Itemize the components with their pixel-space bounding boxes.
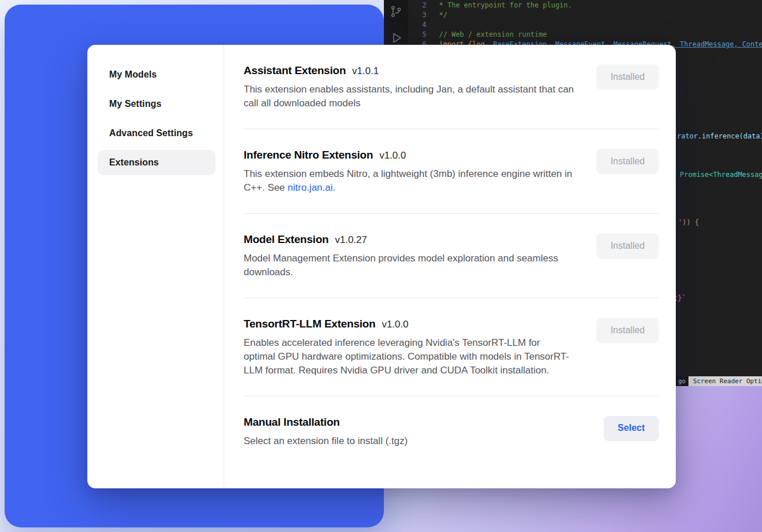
code-fragment: ')) { <box>678 218 699 227</box>
extension-row-tensorrt-llm: TensortRT-LLM Extension v1.0.0 Enables a… <box>244 298 659 396</box>
description-text: . <box>333 182 336 193</box>
extension-row-inference-nitro: Inference Nitro Extension v1.0.0 This ex… <box>244 129 659 213</box>
extension-title: TensortRT-LLM Extension v1.0.0 <box>244 318 574 330</box>
code-line: 2 * The entrypoint for the plugin. <box>408 1 762 10</box>
extension-description: Enables accelerated inference leveraging… <box>244 336 574 377</box>
run-debug-icon[interactable] <box>389 31 403 45</box>
code-text: */ <box>439 10 447 20</box>
select-file-button[interactable]: Select <box>604 416 659 440</box>
extension-version: v1.0.0 <box>382 319 408 330</box>
code-fragment: Promise<ThreadMessage> <box>680 170 762 179</box>
extension-name: Model Extension <box>244 233 329 246</box>
sidebar-item-label: Advanced Settings <box>109 128 193 138</box>
extension-name: Inference Nitro Extension <box>244 149 373 161</box>
extension-info: Manual Installation Select an extension … <box>244 416 407 448</box>
manual-installation-title: Manual Installation <box>244 416 407 429</box>
manual-installation-row: Manual Installation Select an extension … <box>244 396 659 467</box>
manual-installation-description: Select an extension file to install (.tg… <box>244 434 407 448</box>
extension-description: Model Management Extension provides mode… <box>244 252 574 279</box>
sidebar-item-my-settings[interactable]: My Settings <box>98 91 215 117</box>
source-control-icon[interactable] <box>389 5 403 18</box>
line-number: 5 <box>408 30 426 40</box>
section-title: Manual Installation <box>244 416 340 429</box>
sidebar-item-label: My Models <box>109 70 157 80</box>
extensions-list: Assistant Extension v1.0.1 This extensio… <box>224 45 676 488</box>
line-number: 3 <box>408 10 426 20</box>
settings-modal: My Models My Settings Advanced Settings … <box>87 45 676 488</box>
code-fragment: rator.inference(data)); <box>677 132 762 141</box>
code-line: 3 */ <box>408 10 762 20</box>
code-line: 5 // Web / extension runtime <box>408 30 762 40</box>
extension-title: Inference Nitro Extension v1.0.0 <box>244 149 574 161</box>
sidebar-item-advanced-settings[interactable]: Advanced Settings <box>98 121 215 146</box>
sidebar-item-label: Extensions <box>109 157 159 168</box>
extension-name: Assistant Extension <box>244 64 346 77</box>
sidebar-item-my-models[interactable]: My Models <box>98 62 215 87</box>
extension-info: TensortRT-LLM Extension v1.0.0 Enables a… <box>244 318 574 377</box>
desktop: 2 * The entrypoint for the plugin. 3 */ … <box>0 0 762 532</box>
installed-button[interactable]: Installed <box>596 233 659 259</box>
extension-description: This extension enables assistants, inclu… <box>244 83 574 110</box>
extension-version: v1.0.27 <box>335 234 367 246</box>
extension-name: TensortRT-LLM Extension <box>244 318 375 330</box>
code-text: * The entrypoint for the plugin. <box>439 1 572 10</box>
code-text: // Web / extension runtime <box>439 30 547 40</box>
sidebar-item-extensions[interactable]: Extensions <box>98 150 215 175</box>
installed-button[interactable]: Installed <box>596 149 659 174</box>
extension-row-model: Model Extension v1.0.27 Model Management… <box>244 213 659 298</box>
screen-reader-status-item[interactable]: Screen Reader Optimized <box>688 376 762 386</box>
extension-info: Assistant Extension v1.0.1 This extensio… <box>244 64 574 110</box>
line-number: 4 <box>408 20 426 30</box>
installed-button[interactable]: Installed <box>596 318 659 343</box>
extension-info: Model Extension v1.0.27 Model Management… <box>244 233 574 279</box>
extension-title: Model Extension v1.0.27 <box>244 233 574 246</box>
extension-version: v1.0.0 <box>379 150 406 161</box>
settings-sidebar: My Models My Settings Advanced Settings … <box>87 45 224 488</box>
code-line: 4 <box>408 20 762 30</box>
code-area: 2 * The entrypoint for the plugin. 3 */ … <box>408 1 762 49</box>
installed-button[interactable]: Installed <box>596 64 659 90</box>
extension-title: Assistant Extension v1.0.1 <box>244 64 574 77</box>
line-number: 2 <box>408 1 426 10</box>
extension-description: This extension embeds Nitro, a lightweig… <box>244 167 574 195</box>
extension-row-assistant: Assistant Extension v1.0.1 This extensio… <box>244 63 659 129</box>
nitro-jan-ai-link[interactable]: nitro.jan.ai <box>288 182 333 193</box>
extension-info: Inference Nitro Extension v1.0.0 This ex… <box>244 149 574 195</box>
extension-version: v1.0.1 <box>352 65 379 77</box>
sidebar-item-label: My Settings <box>109 99 161 109</box>
status-item[interactable]: go <box>678 376 686 386</box>
